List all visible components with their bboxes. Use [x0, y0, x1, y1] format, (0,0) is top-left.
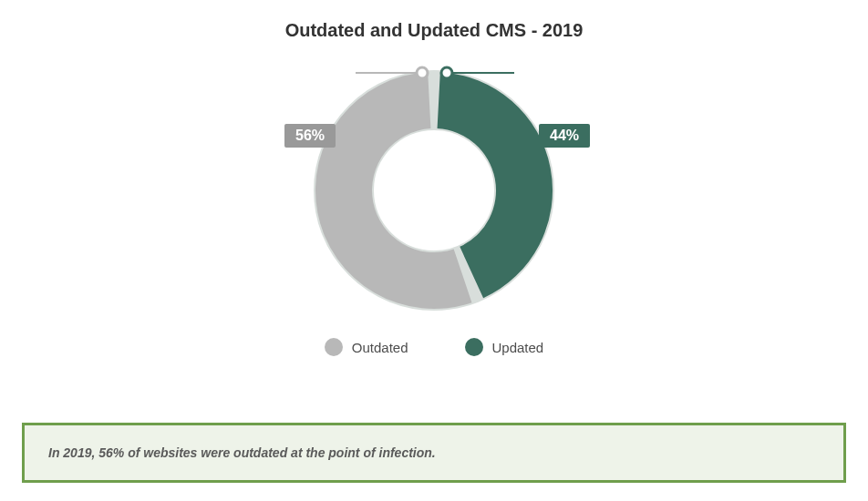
legend: Outdated Updated	[0, 338, 868, 356]
donut-svg	[0, 63, 868, 327]
swatch-updated-icon	[465, 338, 483, 356]
slice-label-updated: 44%	[539, 124, 590, 148]
svg-point-3	[441, 67, 452, 78]
donut-chart: 56% 44%	[0, 63, 868, 327]
legend-label: Outdated	[352, 340, 408, 355]
chart-title: Outdated and Updated CMS - 2019	[0, 20, 868, 41]
leader-updated	[441, 67, 514, 78]
leader-outdated	[356, 67, 428, 78]
chart-container: Outdated and Updated CMS - 2019 56% 44%	[0, 0, 868, 356]
legend-item-outdated: Outdated	[325, 338, 408, 356]
caption-text: In 2019, 56% of websites were outdated a…	[48, 445, 436, 460]
svg-point-1	[417, 67, 428, 78]
legend-label: Updated	[492, 340, 544, 355]
swatch-outdated-icon	[325, 338, 343, 356]
caption-box: In 2019, 56% of websites were outdated a…	[22, 423, 846, 483]
slice-label-outdated: 56%	[284, 124, 336, 148]
legend-item-updated: Updated	[465, 338, 544, 356]
